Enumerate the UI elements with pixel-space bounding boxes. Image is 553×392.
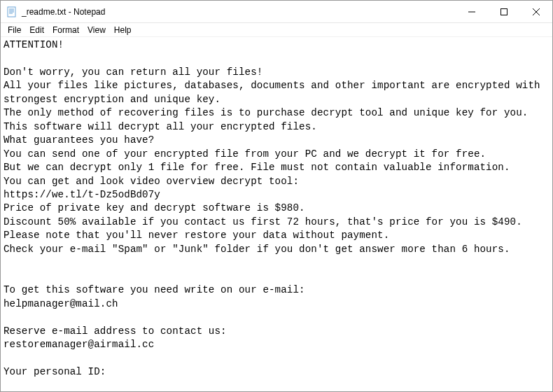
minimize-button[interactable] (456, 1, 488, 22)
text-content[interactable]: ATTENTION! Don't worry, you can return a… (1, 37, 552, 391)
window-controls (456, 1, 552, 22)
menu-edit[interactable]: Edit (25, 24, 48, 36)
title-bar: _readme.txt - Notepad (1, 1, 552, 23)
menu-file[interactable]: File (4, 24, 25, 36)
svg-rect-6 (501, 8, 507, 15)
notepad-window: _readme.txt - Notepad File Edit Format V… (0, 0, 553, 392)
notepad-icon (6, 6, 18, 18)
menu-format[interactable]: Format (48, 24, 83, 36)
maximize-button[interactable] (488, 1, 520, 22)
menu-view[interactable]: View (83, 24, 110, 36)
menu-bar: File Edit Format View Help (1, 23, 552, 37)
close-button[interactable] (520, 1, 552, 22)
window-title: _readme.txt - Notepad (22, 6, 456, 17)
menu-help[interactable]: Help (110, 24, 136, 36)
